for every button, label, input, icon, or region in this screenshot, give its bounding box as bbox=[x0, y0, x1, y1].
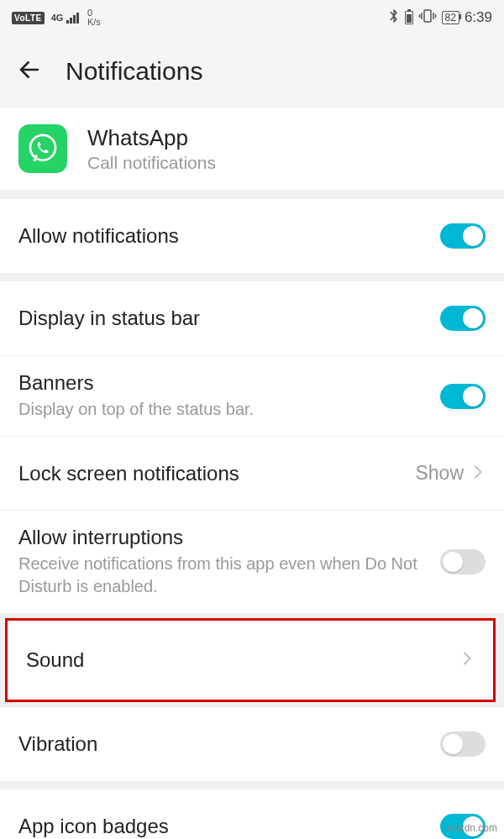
row-app-icon-badges[interactable]: App icon badges bbox=[0, 789, 504, 839]
toggle-allow-notifications[interactable] bbox=[440, 223, 486, 249]
toggle-banners[interactable] bbox=[440, 384, 486, 409]
status-bar-label: Display in status bar bbox=[18, 307, 440, 330]
svg-rect-0 bbox=[424, 10, 431, 22]
header: Notifications bbox=[0, 35, 504, 107]
row-banners[interactable]: Banners Display on top of the status bar… bbox=[0, 355, 504, 436]
kbs-unit: K/s bbox=[87, 18, 101, 27]
allow-label: Allow notifications bbox=[18, 224, 440, 248]
row-allow-notifications[interactable]: Allow notifications bbox=[0, 199, 504, 273]
toggle-vibration[interactable] bbox=[440, 732, 486, 757]
banners-sub: Display on top of the status bar. bbox=[18, 398, 440, 421]
page-title: Notifications bbox=[66, 57, 202, 86]
toggle-interruptions[interactable] bbox=[440, 549, 486, 574]
row-vibration[interactable]: Vibration bbox=[0, 707, 504, 781]
row-display-status-bar[interactable]: Display in status bar bbox=[0, 281, 504, 355]
battery-icon-small bbox=[405, 11, 413, 24]
row-sound[interactable]: Sound bbox=[8, 621, 493, 700]
chevron-right-icon bbox=[459, 651, 475, 669]
vibrate-icon bbox=[418, 8, 437, 27]
clock: 6:39 bbox=[465, 9, 492, 26]
badges-label: App icon badges bbox=[18, 815, 440, 838]
app-name: WhatsApp bbox=[87, 125, 216, 151]
banners-label: Banners bbox=[18, 371, 440, 395]
vibration-label: Vibration bbox=[18, 732, 440, 756]
status-right: 82 6:39 bbox=[388, 8, 492, 27]
battery-percent: 82 bbox=[442, 11, 459, 24]
app-subtitle: Call notifications bbox=[87, 153, 216, 173]
bluetooth-icon bbox=[388, 8, 400, 27]
toggle-status-bar[interactable] bbox=[440, 306, 486, 331]
svg-point-5 bbox=[30, 135, 55, 160]
volte-badge: VoLTE bbox=[12, 12, 45, 24]
row-allow-interruptions[interactable]: Allow interruptions Receive notification… bbox=[0, 510, 504, 613]
data-speed: 0 K/s bbox=[87, 8, 101, 27]
whatsapp-icon bbox=[18, 124, 67, 173]
lock-label: Lock screen notifications bbox=[18, 462, 415, 485]
chevron-right-icon bbox=[470, 464, 486, 483]
interrupt-sub: Receive notifications from this app even… bbox=[18, 553, 440, 598]
row-lock-screen[interactable]: Lock screen notifications Show bbox=[0, 436, 504, 510]
lock-value: Show bbox=[415, 462, 464, 485]
watermark: wsxdn.com bbox=[447, 822, 497, 834]
app-info-row[interactable]: WhatsApp Call notifications bbox=[0, 107, 504, 191]
interrupt-label: Allow interruptions bbox=[18, 526, 440, 549]
back-arrow-icon bbox=[17, 57, 42, 82]
highlight-box: Sound bbox=[5, 618, 496, 702]
status-left: VoLTE 4G 0 K/s bbox=[12, 8, 101, 27]
sound-label: Sound bbox=[26, 648, 459, 672]
status-bar: VoLTE 4G 0 K/s 82 6:39 bbox=[0, 0, 504, 35]
signal-icon bbox=[66, 12, 79, 24]
app-text: WhatsApp Call notifications bbox=[87, 125, 216, 173]
back-button[interactable] bbox=[17, 57, 42, 86]
network-type: 4G bbox=[51, 13, 64, 23]
